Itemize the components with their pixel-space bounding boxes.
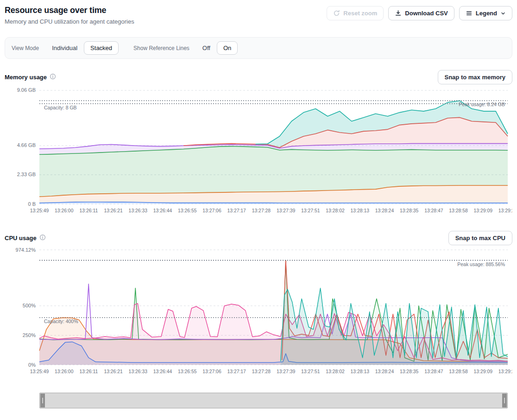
svg-text:13:29:09: 13:29:09 (474, 369, 493, 374)
svg-text:0%: 0% (28, 362, 36, 368)
svg-text:0 B: 0 B (28, 201, 36, 207)
svg-text:13:26:21: 13:26:21 (104, 208, 123, 213)
memory-heading: Memory usage (5, 74, 47, 81)
svg-text:2.33 GB: 2.33 GB (17, 172, 36, 177)
scrollbar-right-handle[interactable] (502, 394, 507, 407)
scrollbar-left-handle[interactable] (40, 394, 45, 407)
svg-text:Capacity: 400%: Capacity: 400% (44, 318, 78, 324)
download-icon (395, 10, 402, 17)
snap-max-memory-button[interactable]: Snap to max memory (438, 70, 513, 84)
view-mode-label: View Mode (12, 45, 39, 51)
cpu-chart-canvas[interactable]: 974.12%500%250%0%13:25:4913:26:0013:26:1… (5, 246, 512, 381)
svg-text:13:27:17: 13:27:17 (227, 208, 246, 213)
svg-text:13:27:06: 13:27:06 (202, 208, 221, 213)
svg-text:13:28:58: 13:28:58 (449, 208, 468, 213)
svg-text:13:25:49: 13:25:49 (30, 369, 49, 374)
time-range-scrollbar[interactable] (39, 393, 508, 408)
svg-text:13:29:24: 13:29:24 (498, 369, 512, 374)
reference-on-option[interactable]: On (217, 41, 238, 55)
reset-zoom-label: Reset zoom (343, 10, 377, 16)
cpu-heading-row: CPU usage (5, 234, 46, 242)
svg-text:13:28:35: 13:28:35 (400, 369, 419, 374)
view-mode-stacked-option[interactable]: Stacked (84, 41, 119, 55)
svg-text:13:29:24: 13:29:24 (498, 208, 512, 213)
svg-text:13:28:47: 13:28:47 (424, 369, 443, 374)
svg-text:13:28:13: 13:28:13 (351, 369, 370, 374)
legend-label: Legend (476, 10, 497, 16)
svg-text:13:28:24: 13:28:24 (375, 208, 394, 213)
svg-text:13:29:09: 13:29:09 (474, 208, 493, 213)
refresh-icon (333, 10, 340, 17)
svg-text:4.66 GB: 4.66 GB (17, 142, 36, 148)
svg-text:13:27:28: 13:27:28 (252, 208, 271, 213)
snap-max-cpu-button[interactable]: Snap to max CPU (448, 231, 512, 245)
header: Resource usage over time Memory and CPU … (5, 5, 512, 25)
svg-text:250%: 250% (23, 332, 36, 338)
chevron-down-icon (500, 11, 506, 16)
dashboard-page: Resource usage over time Memory and CPU … (0, 0, 517, 413)
svg-text:13:26:44: 13:26:44 (153, 208, 172, 213)
header-actions: Reset zoom Download CSV Legend (327, 5, 512, 20)
cpu-section-header: CPU usage Snap to max CPU (5, 231, 512, 245)
svg-text:13:27:39: 13:27:39 (277, 369, 296, 374)
reference-lines-label: Show Reference Lines (133, 45, 189, 51)
svg-text:Capacity: 8 GB: Capacity: 8 GB (44, 105, 77, 110)
header-text: Resource usage over time Memory and CPU … (5, 5, 134, 25)
cpu-chart[interactable]: 974.12%500%250%0%13:25:4913:26:0013:26:1… (5, 246, 512, 381)
svg-text:13:28:02: 13:28:02 (326, 369, 345, 374)
reference-off-option[interactable]: Off (196, 41, 217, 55)
svg-text:13:26:00: 13:26:00 (55, 369, 74, 374)
svg-text:Peak usage: 885.56%: Peak usage: 885.56% (457, 261, 505, 267)
svg-text:9.06 GB: 9.06 GB (17, 87, 36, 93)
page-title: Resource usage over time (5, 6, 134, 15)
download-csv-label: Download CSV (405, 10, 448, 16)
svg-text:13:28:02: 13:28:02 (326, 208, 345, 213)
svg-text:13:26:55: 13:26:55 (178, 369, 197, 374)
svg-text:13:28:13: 13:28:13 (351, 208, 370, 213)
svg-text:Peak usage: 8.24 GB: Peak usage: 8.24 GB (459, 102, 505, 107)
memory-section-header: Memory usage Snap to max memory (5, 70, 512, 84)
chart-options-toolbar: View Mode Individual Stacked Show Refere… (5, 37, 512, 59)
svg-text:13:26:00: 13:26:00 (55, 208, 74, 213)
legend-button[interactable]: Legend (459, 6, 512, 20)
info-icon[interactable] (39, 234, 46, 242)
svg-text:13:26:33: 13:26:33 (129, 208, 148, 213)
svg-text:13:28:24: 13:28:24 (375, 369, 394, 374)
svg-text:13:27:06: 13:27:06 (202, 369, 221, 374)
svg-text:13:27:39: 13:27:39 (277, 208, 296, 213)
svg-text:13:28:35: 13:28:35 (400, 208, 419, 213)
svg-text:13:26:21: 13:26:21 (104, 369, 123, 374)
view-mode-individual-option[interactable]: Individual (45, 41, 84, 55)
memory-chart[interactable]: 9.06 GB4.66 GB2.33 GB0 B13:25:4913:26:00… (5, 85, 512, 220)
svg-text:13:28:58: 13:28:58 (449, 369, 468, 374)
list-icon (466, 10, 473, 17)
reset-zoom-button[interactable]: Reset zoom (327, 6, 384, 20)
svg-text:13:26:11: 13:26:11 (80, 208, 98, 213)
memory-chart-canvas[interactable]: 9.06 GB4.66 GB2.33 GB0 B13:25:4913:26:00… (5, 85, 512, 220)
svg-text:500%: 500% (23, 303, 36, 308)
svg-text:974.12%: 974.12% (16, 247, 36, 253)
svg-text:13:26:11: 13:26:11 (80, 369, 98, 374)
svg-text:13:26:44: 13:26:44 (153, 369, 172, 374)
page-subtitle: Memory and CPU utilization for agent cat… (5, 18, 134, 25)
memory-heading-row: Memory usage (5, 73, 56, 81)
svg-text:13:27:17: 13:27:17 (227, 369, 246, 374)
svg-text:13:26:33: 13:26:33 (129, 369, 148, 374)
svg-text:13:27:51: 13:27:51 (301, 369, 320, 374)
info-icon[interactable] (50, 73, 56, 81)
cpu-heading: CPU usage (5, 235, 37, 242)
svg-text:13:28:47: 13:28:47 (424, 208, 443, 213)
svg-text:13:27:51: 13:27:51 (301, 208, 320, 213)
download-csv-button[interactable]: Download CSV (388, 6, 454, 20)
svg-text:13:26:55: 13:26:55 (178, 208, 197, 213)
svg-text:13:25:49: 13:25:49 (30, 208, 49, 213)
svg-text:13:27:28: 13:27:28 (252, 369, 271, 374)
